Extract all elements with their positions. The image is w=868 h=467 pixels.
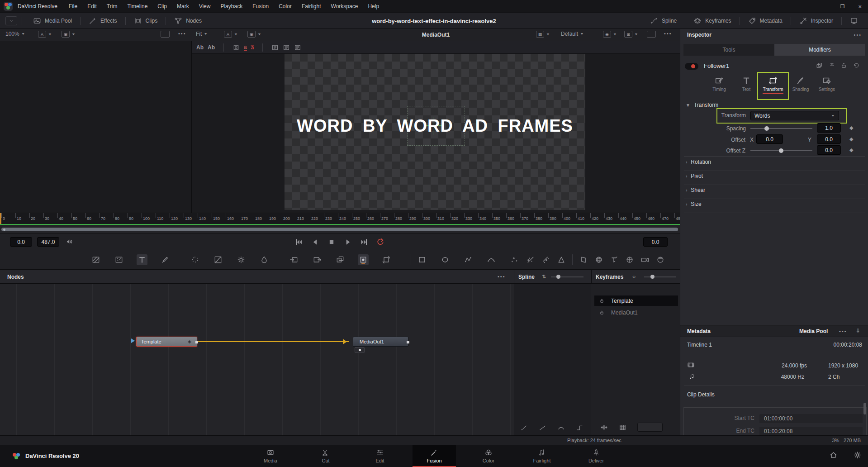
metadata-sort-icon[interactable]: ⇩ bbox=[856, 328, 860, 334]
tool-magic-mask[interactable] bbox=[509, 254, 520, 265]
tool-polygon-mask[interactable] bbox=[463, 254, 474, 265]
pin-icon[interactable] bbox=[829, 62, 835, 69]
collapse-ui-button[interactable] bbox=[5, 16, 17, 25]
modifier-tab-shading[interactable]: Shading bbox=[787, 76, 814, 92]
page-tab-fairlight[interactable]: Fairlight bbox=[520, 445, 564, 466]
tool-shape-3d[interactable] bbox=[593, 254, 604, 265]
end-frame-field[interactable]: 487.0 bbox=[37, 237, 59, 247]
offset-z-slider[interactable] bbox=[750, 150, 812, 151]
offset-x-field[interactable]: 0.0 bbox=[756, 134, 783, 144]
loop-button[interactable] bbox=[375, 236, 386, 248]
tool-luma-keyer[interactable] bbox=[525, 254, 536, 265]
spline-zoom-handle[interactable] bbox=[556, 275, 560, 279]
menu-workspace[interactable]: Workspace bbox=[326, 0, 363, 13]
modifier-tab-settings[interactable]: Settings bbox=[814, 76, 840, 92]
tool-merge[interactable] bbox=[335, 254, 346, 265]
keyframes-table-button[interactable] bbox=[619, 424, 626, 431]
offset-keyframe-button[interactable]: ◆ bbox=[849, 136, 853, 142]
tool-camera-3d[interactable] bbox=[640, 254, 650, 265]
modifier-tab-timing[interactable]: Timing bbox=[706, 76, 732, 92]
menu-timeline[interactable]: Timeline bbox=[122, 0, 152, 13]
right-viewer-expand-button[interactable] bbox=[647, 31, 656, 38]
node-connection-wire[interactable] bbox=[198, 341, 349, 342]
spacing-keyframe-button[interactable]: ◆ bbox=[849, 125, 853, 131]
tool-chroma-keyer[interactable] bbox=[541, 254, 551, 265]
transform-section-header[interactable]: ▼Transform bbox=[686, 102, 718, 108]
play-button[interactable] bbox=[342, 236, 354, 248]
tool-rectangle-mask[interactable] bbox=[417, 254, 427, 265]
keyframes-spread-button[interactable] bbox=[600, 424, 608, 431]
lock-icon[interactable] bbox=[599, 298, 605, 304]
keyframes-row-mediaout1[interactable]: MediaOut1 bbox=[594, 307, 678, 318]
spacing-value-field[interactable]: 1.0 bbox=[817, 123, 841, 133]
spline-zoom-slider[interactable] bbox=[551, 276, 583, 277]
tool-saver[interactable] bbox=[312, 254, 323, 265]
section-size[interactable]: ›Size bbox=[686, 201, 702, 207]
right-viewer-pane[interactable]: AbAbaa̅ WORD BY WORD AD FRAMES bbox=[192, 41, 680, 213]
grid-overlay-button[interactable]: ⊞▼ bbox=[624, 31, 638, 38]
tool-background[interactable] bbox=[90, 254, 101, 265]
page-tab-media[interactable]: Media bbox=[249, 445, 292, 466]
float-window-icon[interactable] bbox=[816, 62, 823, 69]
keyframes-zoom-slider[interactable] bbox=[644, 276, 676, 277]
transform-words-dropdown[interactable]: Words▼ bbox=[750, 111, 839, 120]
keyframes-filter-input[interactable] bbox=[637, 423, 663, 432]
tool-loader[interactable] bbox=[289, 254, 299, 265]
modifier-tab-transform[interactable]: Transform bbox=[760, 76, 786, 94]
spline-ease-curve-button[interactable] bbox=[520, 424, 528, 432]
char-red-button[interactable]: a̅ bbox=[251, 44, 254, 51]
spacing-slider[interactable] bbox=[750, 128, 812, 129]
char-red-underline-button[interactable]: a bbox=[244, 44, 247, 51]
tool-color-curves[interactable] bbox=[213, 254, 223, 265]
lock-icon[interactable] bbox=[599, 310, 605, 315]
indent-center-button[interactable] bbox=[283, 44, 290, 51]
menu-view[interactable]: View bbox=[194, 0, 216, 13]
mute-audio-button[interactable] bbox=[66, 238, 74, 246]
timeline-scrollbar[interactable] bbox=[1, 228, 678, 231]
lock-icon[interactable] bbox=[840, 62, 847, 69]
timeline-ruler[interactable]: 0102030405060708090100110120130140150160… bbox=[0, 213, 680, 224]
spline-sort-icon[interactable]: ⇅ bbox=[542, 274, 546, 280]
keyframes-panel[interactable]: TemplateMediaOut1 bbox=[591, 284, 680, 435]
skip-forward-button[interactable] bbox=[358, 236, 370, 248]
menu-fusion[interactable]: Fusion bbox=[247, 0, 274, 13]
minimize-button[interactable]: – bbox=[823, 3, 826, 10]
toolbar-spline-button[interactable]: Spline bbox=[646, 15, 680, 27]
left-viewer-zoom-select[interactable]: 100%▼ bbox=[5, 31, 25, 37]
modifier-enable-toggle[interactable] bbox=[685, 63, 698, 70]
tool-blur[interactable] bbox=[259, 254, 270, 265]
menu-help[interactable]: Help bbox=[363, 0, 384, 13]
toolbar-inspector-button[interactable]: Inspector bbox=[796, 15, 837, 27]
tool-merge-3d[interactable] bbox=[624, 254, 635, 265]
indent-right-button[interactable] bbox=[294, 44, 301, 51]
node-mediaout1[interactable]: MediaOut1 bbox=[353, 337, 408, 347]
offset-z-keyframe-button[interactable]: ◆ bbox=[849, 147, 853, 153]
right-viewer-options-button[interactable]: ••• bbox=[664, 31, 672, 36]
toolbar-nodes-button[interactable]: Nodes bbox=[171, 15, 205, 27]
color-wheels-button[interactable]: ◉▼ bbox=[603, 31, 617, 38]
inspector-options-button[interactable]: ••• bbox=[854, 32, 862, 38]
settings-gear-icon[interactable] bbox=[853, 451, 862, 459]
start-tc-field[interactable]: 01:00:00:00 bbox=[759, 414, 863, 423]
app-menu[interactable]: DaVinci Resolve bbox=[18, 3, 57, 10]
spline-panel[interactable] bbox=[514, 284, 591, 435]
close-button[interactable]: × bbox=[858, 3, 862, 10]
toolbar-clips-button[interactable]: Clips bbox=[130, 15, 161, 27]
page-tab-color[interactable]: Color bbox=[467, 445, 510, 466]
menu-trim[interactable]: Trim bbox=[102, 0, 123, 13]
panel-layout-button[interactable] bbox=[846, 15, 862, 27]
left-viewer-options-button[interactable]: ••• bbox=[178, 31, 186, 36]
left-viewer-buffer-button[interactable]: ▣▼ bbox=[62, 31, 76, 38]
media-pool-button[interactable]: Media Pool bbox=[799, 328, 828, 334]
toolbar-metadata-button[interactable]: Metadata bbox=[745, 15, 786, 27]
offset-z-field[interactable]: 0.0 bbox=[817, 145, 841, 155]
node-template[interactable]: Template ◈ bbox=[136, 337, 197, 347]
inspector-scrollbar[interactable] bbox=[863, 403, 866, 415]
tool-text-plus[interactable] bbox=[137, 254, 147, 265]
right-current-frame-field[interactable]: 0.0 bbox=[643, 237, 668, 247]
left-viewer-channel-button[interactable]: A▼ bbox=[38, 31, 52, 38]
section-shear[interactable]: ›Shear bbox=[686, 187, 705, 193]
left-viewer-expand-button[interactable] bbox=[161, 31, 170, 38]
toolbar-effects-button[interactable]: Effects bbox=[85, 15, 120, 27]
section-pivot[interactable]: ›Pivot bbox=[686, 173, 703, 179]
